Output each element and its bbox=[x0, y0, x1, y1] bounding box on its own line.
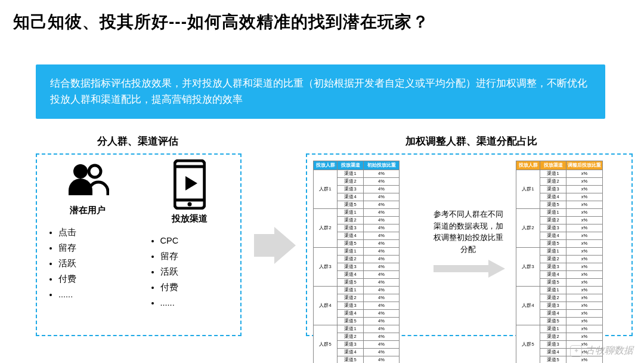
table-row: 人群2渠道1x% bbox=[516, 209, 603, 217]
group-cell: 人群4 bbox=[314, 287, 338, 325]
initial-weight-table: 投放人群 投放渠道 初始投放比重 人群1渠道14%渠道24%渠道34%渠道44%… bbox=[313, 161, 400, 363]
channel-cell: 渠道1 bbox=[338, 248, 364, 256]
channel-cell: 渠道1 bbox=[540, 170, 566, 178]
weighting-panel: 投放人群 投放渠道 初始投放比重 人群1渠道14%渠道24%渠道34%渠道44%… bbox=[306, 153, 633, 336]
value-cell: 4% bbox=[364, 248, 400, 256]
channel-cell: 渠道4 bbox=[338, 232, 364, 240]
th: 调整后投放比重 bbox=[566, 161, 603, 170]
value-cell: 4% bbox=[364, 224, 400, 232]
potential-users-label: 潜在用户 bbox=[70, 205, 106, 216]
channel-cell: 渠道2 bbox=[338, 217, 364, 224]
value-cell: x% bbox=[566, 178, 603, 186]
channel-cell: 渠道2 bbox=[338, 256, 364, 263]
channels-label: 投放渠道 bbox=[172, 213, 208, 224]
channel-cell: 渠道4 bbox=[540, 271, 566, 279]
value-cell: 4% bbox=[364, 217, 400, 224]
svg-point-0 bbox=[73, 164, 88, 179]
channel-cell: 渠道1 bbox=[338, 287, 364, 294]
channel-cell: 渠道1 bbox=[338, 170, 364, 178]
svg-marker-7 bbox=[434, 260, 505, 278]
value-cell: x% bbox=[566, 287, 603, 294]
list-item: ...... bbox=[58, 287, 76, 302]
th: 投放渠道 bbox=[338, 161, 364, 170]
value-cell: x% bbox=[566, 356, 603, 364]
value-cell: 4% bbox=[364, 356, 400, 364]
channel-cell: 渠道5 bbox=[338, 318, 364, 325]
evaluation-panel: 潜在用户 点击 留存 活跃 付费 ...... 投放渠道 CPC 留存 活跃 付… bbox=[36, 153, 242, 336]
channels-metrics: CPC 留存 活跃 付费 ...... bbox=[147, 233, 179, 310]
group-cell: 人群1 bbox=[516, 170, 540, 209]
value-cell: x% bbox=[566, 209, 603, 217]
arrow-right-icon bbox=[254, 227, 296, 264]
value-cell: x% bbox=[566, 325, 603, 333]
table-row: 人群1渠道14% bbox=[314, 170, 400, 178]
group-cell: 人群2 bbox=[516, 209, 540, 248]
table-row: 人群3渠道1x% bbox=[516, 248, 603, 256]
group-cell: 人群2 bbox=[314, 209, 338, 248]
value-cell: 4% bbox=[364, 279, 400, 287]
value-cell: 4% bbox=[364, 325, 400, 333]
channel-cell: 渠道2 bbox=[338, 333, 364, 341]
wechat-icon: ✦ bbox=[570, 345, 582, 357]
list-item: 留存 bbox=[160, 248, 179, 264]
value-cell: x% bbox=[566, 318, 603, 325]
channel-cell: 渠道3 bbox=[540, 186, 566, 193]
value-cell: 4% bbox=[364, 209, 400, 217]
value-cell: 4% bbox=[364, 294, 400, 302]
value-cell: x% bbox=[566, 302, 603, 310]
list-item: 活跃 bbox=[160, 264, 179, 279]
weighting-explanation: 参考不同人群在不同渠道的数据表现，加权调整初始投放比重分配 bbox=[432, 208, 504, 255]
list-item: CPC bbox=[160, 233, 179, 248]
channel-cell: 渠道3 bbox=[540, 224, 566, 232]
value-cell: x% bbox=[566, 279, 603, 287]
value-cell: x% bbox=[566, 217, 603, 224]
channel-cell: 渠道3 bbox=[338, 302, 364, 310]
value-cell: 4% bbox=[364, 310, 400, 318]
table-row: 人群5渠道14% bbox=[314, 325, 400, 333]
th: 初始投放比重 bbox=[364, 161, 400, 170]
value-cell: x% bbox=[566, 240, 603, 248]
group-cell: 人群5 bbox=[314, 325, 338, 364]
group-cell: 人群4 bbox=[516, 287, 540, 325]
channel-cell: 渠道2 bbox=[338, 294, 364, 302]
list-item: ...... bbox=[160, 295, 179, 310]
value-cell: x% bbox=[566, 201, 603, 209]
channel-cell: 渠道2 bbox=[540, 256, 566, 263]
channel-cell: 渠道5 bbox=[540, 201, 566, 209]
table-row: 人群3渠道14% bbox=[314, 248, 400, 256]
value-cell: x% bbox=[566, 256, 603, 263]
channel-cell: 渠道1 bbox=[540, 209, 566, 217]
value-cell: x% bbox=[566, 170, 603, 178]
channel-cell: 渠道4 bbox=[338, 349, 364, 356]
channel-cell: 渠道1 bbox=[338, 209, 364, 217]
value-cell: 4% bbox=[364, 333, 400, 341]
value-cell: x% bbox=[566, 294, 603, 302]
channel-cell: 渠道2 bbox=[540, 333, 566, 341]
list-item: 留存 bbox=[58, 240, 76, 256]
channel-cell: 渠道1 bbox=[540, 287, 566, 294]
channel-cell: 渠道5 bbox=[540, 318, 566, 325]
svg-point-5 bbox=[187, 202, 191, 207]
right-section-title: 加权调整人群、渠道分配占比 bbox=[310, 134, 632, 148]
channel-cell: 渠道4 bbox=[338, 310, 364, 318]
channel-cell: 渠道1 bbox=[540, 248, 566, 256]
channel-cell: 渠道2 bbox=[540, 217, 566, 224]
value-cell: x% bbox=[566, 263, 603, 271]
value-cell: x% bbox=[566, 193, 603, 201]
table-row: 人群2渠道14% bbox=[314, 209, 400, 217]
group-cell: 人群5 bbox=[516, 325, 540, 364]
table-row: 人群5渠道1x% bbox=[516, 325, 603, 333]
channel-cell: 渠道4 bbox=[540, 310, 566, 318]
channel-cell: 渠道5 bbox=[540, 356, 566, 364]
arrow-right-icon bbox=[434, 260, 505, 278]
channel-cell: 渠道4 bbox=[540, 349, 566, 356]
watermark: ✦ 古牧聊数据 bbox=[570, 344, 633, 357]
slide-title: 知己知彼、投其所好---如何高效精准的找到潜在玩家？ bbox=[13, 11, 429, 33]
channel-cell: 渠道5 bbox=[338, 356, 364, 364]
potential-users-column: 潜在用户 点击 留存 活跃 付费 ...... bbox=[37, 155, 139, 335]
group-cell: 人群3 bbox=[314, 248, 338, 287]
value-cell: 4% bbox=[364, 302, 400, 310]
channel-cell: 渠道3 bbox=[338, 341, 364, 349]
channel-cell: 渠道2 bbox=[540, 178, 566, 186]
watermark-text: 古牧聊数据 bbox=[586, 344, 633, 357]
